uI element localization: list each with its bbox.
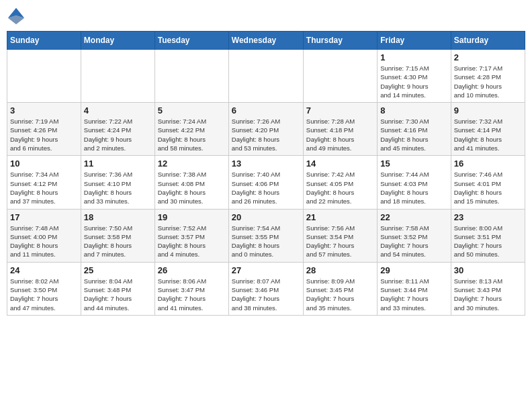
day-info: Sunrise: 7:32 AM Sunset: 4:14 PM Dayligh…	[454, 117, 522, 152]
day-number: 4	[84, 105, 152, 116]
weekday-header-tuesday: Tuesday	[154, 32, 228, 50]
calendar-cell: 7Sunrise: 7:28 AM Sunset: 4:18 PM Daylig…	[303, 103, 377, 156]
day-number: 3	[10, 105, 78, 116]
calendar-cell: 2Sunrise: 7:17 AM Sunset: 4:28 PM Daylig…	[451, 50, 525, 103]
calendar-cell	[81, 50, 154, 103]
day-info: Sunrise: 7:26 AM Sunset: 4:20 PM Dayligh…	[232, 117, 300, 152]
day-number: 8	[380, 105, 447, 116]
calendar-week-row: 10Sunrise: 7:34 AM Sunset: 4:12 PM Dayli…	[7, 156, 525, 209]
day-number: 22	[380, 212, 447, 222]
day-number: 9	[454, 105, 522, 116]
day-number: 24	[10, 265, 78, 275]
day-number: 27	[232, 265, 300, 275]
day-number: 1	[380, 52, 447, 62]
day-number: 23	[454, 212, 522, 222]
calendar-cell: 27Sunrise: 8:07 AM Sunset: 3:46 PM Dayli…	[228, 262, 303, 315]
calendar-cell: 14Sunrise: 7:42 AM Sunset: 4:05 PM Dayli…	[303, 156, 377, 209]
calendar-week-row: 1Sunrise: 7:15 AM Sunset: 4:30 PM Daylig…	[7, 50, 525, 103]
day-info: Sunrise: 7:19 AM Sunset: 4:26 PM Dayligh…	[10, 117, 78, 152]
logo	[7, 7, 28, 26]
logo-icon	[7, 7, 26, 26]
weekday-header-wednesday: Wednesday	[228, 32, 303, 50]
calendar-cell: 1Sunrise: 7:15 AM Sunset: 4:30 PM Daylig…	[378, 50, 451, 103]
calendar-cell	[154, 50, 228, 103]
day-number: 16	[454, 158, 522, 169]
calendar-cell: 11Sunrise: 7:36 AM Sunset: 4:10 PM Dayli…	[81, 156, 154, 209]
day-info: Sunrise: 7:58 AM Sunset: 3:52 PM Dayligh…	[380, 224, 447, 259]
day-info: Sunrise: 7:38 AM Sunset: 4:08 PM Dayligh…	[158, 170, 226, 205]
calendar-cell: 22Sunrise: 7:58 AM Sunset: 3:52 PM Dayli…	[378, 209, 451, 262]
day-info: Sunrise: 8:06 AM Sunset: 3:47 PM Dayligh…	[158, 277, 226, 312]
day-number: 7	[306, 105, 374, 116]
day-info: Sunrise: 8:13 AM Sunset: 3:43 PM Dayligh…	[454, 277, 522, 312]
calendar-cell: 15Sunrise: 7:44 AM Sunset: 4:03 PM Dayli…	[378, 156, 451, 209]
calendar-cell: 10Sunrise: 7:34 AM Sunset: 4:12 PM Dayli…	[7, 156, 81, 209]
day-info: Sunrise: 7:36 AM Sunset: 4:10 PM Dayligh…	[84, 170, 152, 205]
calendar-cell: 3Sunrise: 7:19 AM Sunset: 4:26 PM Daylig…	[7, 103, 81, 156]
day-info: Sunrise: 8:09 AM Sunset: 3:45 PM Dayligh…	[306, 277, 374, 312]
calendar-week-row: 24Sunrise: 8:02 AM Sunset: 3:50 PM Dayli…	[7, 262, 525, 315]
day-number: 19	[158, 212, 226, 222]
day-info: Sunrise: 7:17 AM Sunset: 4:28 PM Dayligh…	[454, 64, 522, 99]
day-info: Sunrise: 7:42 AM Sunset: 4:05 PM Dayligh…	[306, 170, 374, 205]
calendar-cell: 30Sunrise: 8:13 AM Sunset: 3:43 PM Dayli…	[451, 262, 525, 315]
day-info: Sunrise: 8:11 AM Sunset: 3:44 PM Dayligh…	[380, 277, 447, 312]
weekday-header-sunday: Sunday	[7, 32, 81, 50]
day-info: Sunrise: 7:15 AM Sunset: 4:30 PM Dayligh…	[380, 64, 447, 99]
calendar-cell: 28Sunrise: 8:09 AM Sunset: 3:45 PM Dayli…	[303, 262, 377, 315]
calendar-cell: 18Sunrise: 7:50 AM Sunset: 3:58 PM Dayli…	[81, 209, 154, 262]
day-number: 29	[380, 265, 447, 275]
calendar-cell: 4Sunrise: 7:22 AM Sunset: 4:24 PM Daylig…	[81, 103, 154, 156]
calendar-week-row: 3Sunrise: 7:19 AM Sunset: 4:26 PM Daylig…	[7, 103, 525, 156]
day-info: Sunrise: 7:44 AM Sunset: 4:03 PM Dayligh…	[380, 170, 447, 205]
day-info: Sunrise: 7:56 AM Sunset: 3:54 PM Dayligh…	[306, 224, 374, 259]
day-number: 17	[10, 212, 78, 222]
weekday-header-thursday: Thursday	[303, 32, 377, 50]
day-number: 11	[84, 158, 152, 169]
calendar-cell: 8Sunrise: 7:30 AM Sunset: 4:16 PM Daylig…	[378, 103, 451, 156]
day-number: 21	[306, 212, 374, 222]
day-number: 2	[454, 52, 522, 62]
day-info: Sunrise: 7:34 AM Sunset: 4:12 PM Dayligh…	[10, 170, 78, 205]
calendar-cell: 21Sunrise: 7:56 AM Sunset: 3:54 PM Dayli…	[303, 209, 377, 262]
calendar-cell: 5Sunrise: 7:24 AM Sunset: 4:22 PM Daylig…	[154, 103, 228, 156]
calendar-cell: 9Sunrise: 7:32 AM Sunset: 4:14 PM Daylig…	[451, 103, 525, 156]
calendar-cell: 16Sunrise: 7:46 AM Sunset: 4:01 PM Dayli…	[451, 156, 525, 209]
day-info: Sunrise: 7:40 AM Sunset: 4:06 PM Dayligh…	[232, 170, 300, 205]
day-number: 13	[232, 158, 300, 169]
day-info: Sunrise: 7:50 AM Sunset: 3:58 PM Dayligh…	[84, 224, 152, 259]
calendar-cell: 20Sunrise: 7:54 AM Sunset: 3:55 PM Dayli…	[228, 209, 303, 262]
day-info: Sunrise: 7:54 AM Sunset: 3:55 PM Dayligh…	[232, 224, 300, 259]
day-number: 15	[380, 158, 447, 169]
day-info: Sunrise: 7:48 AM Sunset: 4:00 PM Dayligh…	[10, 224, 78, 259]
day-info: Sunrise: 8:04 AM Sunset: 3:48 PM Dayligh…	[84, 277, 152, 312]
weekday-header-row: SundayMondayTuesdayWednesdayThursdayFrid…	[7, 32, 525, 50]
day-number: 5	[158, 105, 226, 116]
day-info: Sunrise: 7:46 AM Sunset: 4:01 PM Dayligh…	[454, 170, 522, 205]
day-info: Sunrise: 8:02 AM Sunset: 3:50 PM Dayligh…	[10, 277, 78, 312]
calendar-cell: 6Sunrise: 7:26 AM Sunset: 4:20 PM Daylig…	[228, 103, 303, 156]
calendar-cell: 23Sunrise: 8:00 AM Sunset: 3:51 PM Dayli…	[451, 209, 525, 262]
day-number: 20	[232, 212, 300, 222]
calendar-cell	[303, 50, 377, 103]
calendar-cell	[228, 50, 303, 103]
calendar-cell	[7, 50, 81, 103]
weekday-header-saturday: Saturday	[451, 32, 525, 50]
day-number: 28	[306, 265, 374, 275]
calendar-cell: 12Sunrise: 7:38 AM Sunset: 4:08 PM Dayli…	[154, 156, 228, 209]
day-info: Sunrise: 7:24 AM Sunset: 4:22 PM Dayligh…	[158, 117, 226, 152]
day-number: 30	[454, 265, 522, 275]
day-number: 14	[306, 158, 374, 169]
calendar-cell: 25Sunrise: 8:04 AM Sunset: 3:48 PM Dayli…	[81, 262, 154, 315]
day-info: Sunrise: 7:28 AM Sunset: 4:18 PM Dayligh…	[306, 117, 374, 152]
day-info: Sunrise: 8:00 AM Sunset: 3:51 PM Dayligh…	[454, 224, 522, 259]
day-info: Sunrise: 7:30 AM Sunset: 4:16 PM Dayligh…	[380, 117, 447, 152]
calendar-cell: 24Sunrise: 8:02 AM Sunset: 3:50 PM Dayli…	[7, 262, 81, 315]
day-number: 18	[84, 212, 152, 222]
day-info: Sunrise: 7:22 AM Sunset: 4:24 PM Dayligh…	[84, 117, 152, 152]
calendar: SundayMondayTuesdayWednesdayThursdayFrid…	[7, 31, 525, 316]
day-info: Sunrise: 7:52 AM Sunset: 3:57 PM Dayligh…	[158, 224, 226, 259]
day-number: 26	[158, 265, 226, 275]
day-info: Sunrise: 8:07 AM Sunset: 3:46 PM Dayligh…	[232, 277, 300, 312]
day-number: 10	[10, 158, 78, 169]
